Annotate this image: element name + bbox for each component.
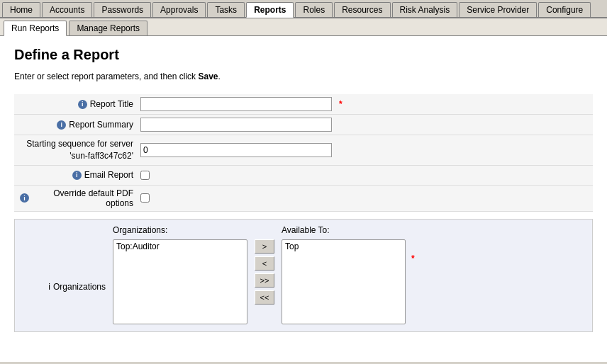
- organizations-info-icon[interactable]: i: [48, 282, 50, 292]
- organizations-list[interactable]: Top:Auditor: [113, 239, 247, 324]
- tab-tasks[interactable]: Tasks: [207, 2, 245, 17]
- report-title-input[interactable]: [140, 97, 332, 111]
- override-pdf-row: i Override default PDF options: [14, 186, 593, 212]
- available-to-label: Available To:: [282, 225, 415, 235]
- tab-approvals[interactable]: Approvals: [152, 2, 206, 17]
- tab-reports[interactable]: Reports: [246, 2, 294, 18]
- org-list-label: Organizations:: [113, 225, 247, 235]
- override-pdf-checkbox[interactable]: [140, 193, 150, 203]
- starting-sequence-input[interactable]: [140, 143, 332, 157]
- description: Enter or select report parameters, and t…: [14, 72, 593, 81]
- starting-sequence-label: Starting sequence for server 'sun-faff3c…: [20, 138, 133, 162]
- tab-accounts[interactable]: Accounts: [42, 2, 92, 17]
- report-title-field: *: [140, 97, 343, 111]
- tab-resources[interactable]: Resources: [334, 2, 390, 17]
- nav-tabs: Home Accounts Passwords Approvals Tasks …: [0, 0, 607, 18]
- org-list-item[interactable]: Top:Auditor: [113, 240, 247, 253]
- email-report-label: i Email Report: [20, 170, 133, 180]
- email-report-row: i Email Report: [14, 166, 593, 186]
- move-all-right-button[interactable]: >>: [255, 273, 274, 288]
- available-to-row: Top *: [282, 239, 415, 324]
- tab-home[interactable]: Home: [2, 2, 40, 17]
- email-report-checkbox[interactable]: [140, 171, 150, 180]
- sub-tabs: Run Reports Manage Reports: [0, 18, 607, 36]
- override-pdf-info-icon[interactable]: i: [20, 193, 29, 203]
- report-summary-input[interactable]: [140, 118, 332, 132]
- report-summary-info-icon[interactable]: i: [57, 120, 66, 130]
- org-row: i Organizations Organizations: Top:Audit…: [21, 225, 586, 324]
- available-list-item[interactable]: Top: [282, 240, 405, 253]
- report-title-label: i Report Title: [20, 99, 133, 109]
- override-pdf-field: [140, 193, 150, 203]
- override-pdf-label: i Override default PDF options: [20, 188, 133, 208]
- org-list-container: Organizations: Top:Auditor: [113, 225, 247, 324]
- sub-tab-manage-reports[interactable]: Manage Reports: [69, 21, 147, 35]
- available-to-container: Available To: Top *: [282, 225, 415, 324]
- email-report-field: [140, 171, 150, 180]
- form-section: i Report Title * i Report Summary Starti…: [14, 94, 593, 212]
- tab-roles[interactable]: Roles: [295, 2, 333, 17]
- report-summary-field: [140, 118, 332, 132]
- report-summary-row: i Report Summary: [14, 115, 593, 135]
- starting-sequence-row: Starting sequence for server 'sun-faff3c…: [14, 135, 593, 166]
- sub-tab-run-reports[interactable]: Run Reports: [4, 21, 67, 36]
- available-to-list[interactable]: Top: [282, 239, 406, 324]
- available-required: *: [411, 254, 415, 263]
- tab-configure[interactable]: Configure: [538, 2, 591, 17]
- email-report-info-icon[interactable]: i: [72, 171, 82, 180]
- report-title-info-icon[interactable]: i: [78, 100, 87, 109]
- report-title-required: *: [339, 99, 343, 109]
- page-title: Define a Report: [14, 47, 593, 63]
- tab-risk-analysis[interactable]: Risk Analysis: [392, 2, 458, 17]
- report-summary-label: i Report Summary: [20, 120, 133, 130]
- move-all-left-button[interactable]: <<: [255, 290, 274, 305]
- starting-sequence-field: [140, 143, 332, 157]
- tab-passwords[interactable]: Passwords: [94, 2, 151, 17]
- move-right-button[interactable]: >: [255, 239, 274, 254]
- tab-service-provider[interactable]: Service Provider: [459, 2, 537, 17]
- report-title-row: i Report Title *: [14, 94, 593, 115]
- main-content: Define a Report Enter or select report p…: [0, 36, 607, 362]
- move-left-button[interactable]: <: [255, 256, 274, 271]
- organizations-label: i Organizations: [21, 225, 106, 292]
- organizations-section: i Organizations Organizations: Top:Audit…: [14, 219, 593, 332]
- arrow-buttons: > < >> <<: [255, 225, 274, 305]
